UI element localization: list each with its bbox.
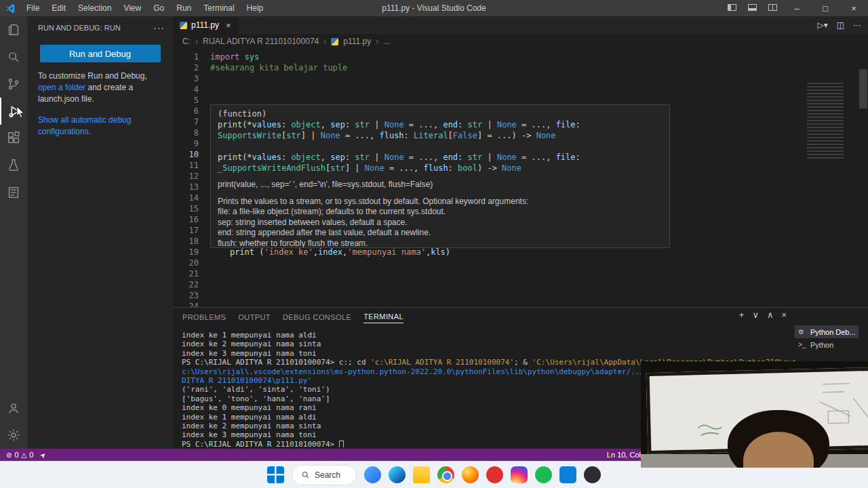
tab-debug-console[interactable]: DEBUG CONSOLE — [283, 310, 351, 323]
taskbar-icon-discord[interactable] — [584, 466, 601, 483]
code-line — [210, 84, 800, 95]
menu-edit[interactable]: Edit — [45, 0, 72, 16]
breadcrumb-folder[interactable]: RIJAL ADITYA R 211010100074 — [203, 37, 319, 46]
taskbar-icon-chrome[interactable] — [437, 466, 454, 483]
extensions-icon[interactable] — [0, 125, 27, 152]
line-number: 3 — [173, 73, 199, 84]
source-control-icon[interactable] — [0, 70, 27, 98]
taskbar-icon-explorer[interactable] — [413, 466, 430, 483]
split-editor-icon[interactable]: ◫ — [837, 20, 844, 30]
menu-go[interactable]: Go — [147, 0, 170, 16]
tab-p111[interactable]: p111.py × — [173, 16, 239, 34]
tab-problems[interactable]: PROBLEMS — [182, 310, 226, 323]
terminal-list-item[interactable]: ⚙Python Deb... — [795, 325, 859, 338]
menu-file[interactable]: File — [20, 0, 45, 16]
titlebar: File Edit Selection View Go Run Terminal… — [0, 0, 868, 16]
line-number: 1 — [173, 52, 199, 62]
show-debug-configs-link[interactable]: Show all automatic debug configurations. — [38, 115, 146, 138]
debug-launch-icon[interactable]: ➤ — [39, 450, 48, 460]
minimize-button[interactable]: – — [783, 0, 811, 16]
references-icon[interactable] — [0, 179, 27, 206]
taskbar-icon-spotify[interactable] — [535, 466, 552, 483]
menu-run[interactable]: Run — [170, 0, 197, 16]
hover-signature: print(*values: object, sep: str | None =… — [218, 119, 663, 141]
problems-status[interactable]: ⊘ 0 △ 0 — [6, 451, 33, 459]
tab-output[interactable]: OUTPUT — [238, 310, 271, 323]
run-and-debug-button[interactable]: Run and Debug — [40, 45, 161, 62]
hover-doc-line: end: string appended after the last valu… — [218, 228, 663, 239]
run-debug-sidebar: RUN AND DEBUG: RUN ··· Run and Debug To … — [27, 16, 173, 449]
taskbar-icon-instagram[interactable] — [511, 466, 528, 483]
breadcrumb-drive[interactable]: C: — [182, 37, 191, 46]
line-number: 4 — [173, 84, 199, 95]
terminal-dropdown-icon[interactable]: ∨ — [752, 310, 759, 320]
python-icon — [180, 22, 187, 29]
new-terminal-icon[interactable]: + — [739, 310, 745, 320]
menu-help[interactable]: Help — [241, 0, 270, 16]
chevron-right-icon: › — [376, 37, 378, 46]
search-icon — [301, 470, 310, 479]
cursor-position[interactable]: Ln 10, Col — [607, 451, 641, 459]
chevron-right-icon: › — [195, 37, 198, 46]
maximize-panel-icon[interactable]: ∧ — [767, 310, 774, 320]
settings-gear-icon[interactable] — [0, 422, 27, 449]
tab-close-icon[interactable]: × — [226, 20, 231, 30]
gear-icon: ⚙ — [798, 328, 807, 336]
run-python-file-icon[interactable]: ▷▾ — [817, 20, 827, 30]
taskbar-icon-firefox[interactable] — [462, 466, 479, 483]
editor-actions: ▷▾ ◫ ··· — [817, 18, 861, 33]
chevron-right-icon: › — [323, 37, 326, 46]
line-number: 8 — [173, 127, 199, 138]
hover-doc-line: file: a file-like object (stream); defau… — [218, 207, 663, 218]
toggle-panel-icon[interactable] — [742, 4, 762, 12]
search-icon[interactable] — [0, 43, 27, 70]
layout-customize-icon[interactable] — [762, 4, 783, 12]
minimap[interactable] — [807, 83, 844, 159]
menu-view[interactable]: View — [117, 0, 147, 16]
breadcrumb-file[interactable]: p111.py — [343, 37, 371, 46]
close-button[interactable]: × — [840, 0, 868, 16]
menu-selection[interactable]: Selection — [72, 0, 117, 16]
account-icon[interactable] — [0, 394, 27, 422]
views-more-actions-icon[interactable]: ··· — [153, 22, 165, 33]
line-number: 16 — [173, 214, 199, 225]
line-number: 14 — [173, 192, 199, 203]
taskbar-search[interactable]: Search — [292, 465, 357, 485]
open-folder-link[interactable]: open a folder — [38, 83, 85, 92]
tab-terminal[interactable]: TERMINAL — [363, 310, 403, 323]
maximize-button[interactable]: □ — [811, 0, 840, 16]
hover-signature: print(*values: object, sep: str | None =… — [218, 152, 663, 174]
close-panel-icon[interactable]: × — [781, 310, 787, 320]
customize-hint: To customize Run and Debug, open a folde… — [38, 70, 162, 105]
breadcrumb-symbol[interactable]: ... — [383, 37, 390, 46]
code-area[interactable]: 123456789101112131415161718192021222324 … — [173, 49, 868, 307]
hover-kind: (function) — [218, 108, 663, 119]
menu-bar: File Edit Selection View Go Run Terminal… — [20, 0, 269, 16]
hover-signatures: print(*values: object, sep: str | None =… — [218, 119, 663, 174]
code-line — [210, 268, 800, 279]
toggle-sidebar-icon[interactable] — [722, 4, 742, 12]
taskbar-icon-app-red[interactable] — [486, 466, 503, 483]
editor-tabstrip: p111.py × — [173, 16, 868, 34]
testing-icon[interactable] — [0, 152, 27, 179]
menu-terminal[interactable]: Terminal — [197, 0, 240, 16]
taskbar-icon-edge[interactable] — [389, 466, 406, 483]
windows-start-icon[interactable] — [267, 466, 284, 483]
panel-actions: + ∨ ∧ × — [739, 310, 787, 320]
line-number: 20 — [173, 258, 199, 268]
terminal-list-label: Python Deb... — [810, 328, 856, 336]
editor-more-actions-icon[interactable]: ··· — [853, 20, 861, 30]
code-line — [210, 301, 800, 307]
hover-tooltip: (function) print(*values: object, sep: s… — [210, 104, 670, 248]
line-number: 13 — [173, 182, 199, 192]
terminal-line: index ke 1 mempunyai nama aldi — [182, 331, 795, 340]
taskbar-icon-chat[interactable] — [364, 466, 381, 483]
terminal-list-item[interactable]: >_Python — [795, 338, 859, 351]
line-number: 19 — [173, 247, 199, 258]
line-number: 2 — [173, 62, 199, 73]
line-number: 6 — [173, 106, 199, 117]
editor-scrollbar[interactable] — [859, 69, 867, 108]
taskbar-icon-vscode[interactable] — [559, 466, 576, 483]
line-number: 21 — [173, 268, 199, 279]
explorer-icon[interactable] — [0, 16, 27, 43]
